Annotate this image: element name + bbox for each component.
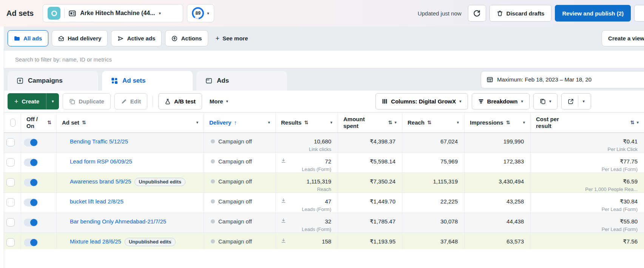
tab-ads[interactable]: Ads — [196, 71, 287, 91]
footer-space — [4, 249, 644, 268]
download-icon[interactable] — [281, 198, 286, 203]
row-toggle[interactable] — [24, 219, 38, 226]
filter-had-delivery[interactable]: Had delivery — [52, 30, 108, 46]
refresh-icon — [473, 10, 480, 17]
download-icon[interactable] — [281, 158, 286, 163]
cost-per-result-label: Per 1,000 People Rea... — [536, 186, 638, 192]
table-row[interactable]: Awareness brand 5/9/25Unpublished editsC… — [4, 173, 644, 193]
download-icon[interactable] — [281, 218, 286, 223]
adset-name-link[interactable]: Lead form RSP 06/09/25 — [70, 158, 132, 165]
reports-button[interactable]: ▾ — [533, 93, 558, 109]
download-icon[interactable] — [281, 238, 286, 243]
table-row[interactable]: Bending Traffic 5/12/25Campaign off10,68… — [4, 133, 644, 153]
discard-drafts-button[interactable]: Discard drafts — [490, 5, 552, 22]
row-checkbox[interactable] — [6, 218, 15, 226]
header-off-on[interactable]: Off / On ⇅ — [21, 112, 57, 132]
row-toggle[interactable] — [24, 139, 38, 146]
create-button[interactable]: +Create ▾ — [8, 93, 59, 109]
table-row[interactable]: Lead form RSP 06/09/25Campaign off72Lead… — [4, 153, 644, 173]
amount-spent-value: ₹5,598.14 — [343, 158, 395, 165]
reach-value: 30,078 — [408, 218, 458, 225]
account-selector[interactable]: Arke Hitech Machine (44... ▾ — [43, 4, 183, 22]
adset-name-link[interactable]: Bar bending Only Ahmedabad-21/7/25 — [70, 218, 166, 225]
chevron-down-icon[interactable]: ▾ — [457, 120, 459, 125]
edit-button[interactable]: Edit — [114, 93, 147, 109]
header-delivery[interactable]: Delivery ↑ ▾ — [204, 112, 276, 132]
results-value: 72 — [281, 158, 331, 165]
adset-name-link[interactable]: bucket lift lead 2/8/25 — [70, 198, 124, 205]
see-more-button[interactable]: + See more — [215, 35, 248, 42]
tab-ad-sets[interactable]: Ad sets — [102, 71, 193, 91]
adset-name-link[interactable]: Mixture lead 28/6/25 — [70, 238, 121, 245]
table-row[interactable]: Bar bending Only Ahmedabad-21/7/25Campai… — [4, 213, 644, 233]
header-reach[interactable]: Reach ⇅ ▾ — [402, 112, 465, 132]
create-view-button[interactable]: Create a view — [602, 30, 644, 46]
chevron-down-icon[interactable]: ▾ — [394, 120, 397, 125]
filter-active-ads[interactable]: Active ads — [111, 30, 162, 46]
chevron-down-icon[interactable]: ▾ — [636, 120, 639, 125]
filter-actions[interactable]: Actions — [165, 30, 208, 46]
more-button[interactable]: More ▾ — [206, 98, 232, 105]
delivery-status: Campaign off — [218, 238, 252, 245]
envelope-icon — [58, 35, 64, 42]
export-button[interactable]: ▾ — [561, 93, 591, 109]
account-name: Arke Hitech Machine (44... — [80, 10, 155, 17]
sort-icon: ⇅ — [304, 120, 308, 125]
header-results[interactable]: Results ⇅ ▾ — [276, 112, 338, 132]
select-all-checkbox[interactable] — [10, 119, 15, 127]
header-ad-set[interactable]: Ad set ⇅ ▾ — [57, 112, 204, 132]
columns-icon — [382, 99, 388, 104]
filter-all-ads[interactable]: All ads — [8, 30, 48, 46]
impressions-value: 44,438 — [470, 218, 524, 225]
header-amount-spent[interactable]: Amount spent ⇅ ▾ — [338, 112, 402, 132]
row-checkbox[interactable] — [6, 158, 15, 166]
ad-sets-grid-icon — [111, 77, 118, 84]
duplicate-button[interactable]: Duplicate — [63, 93, 111, 109]
adset-name-link[interactable]: Awareness brand 5/9/25 — [70, 178, 131, 185]
search-bar — [4, 50, 644, 68]
chevron-down-icon[interactable]: ▾ — [196, 120, 198, 125]
breakdown-button[interactable]: Breakdown ▾ — [472, 93, 530, 109]
review-publish-button[interactable]: Review and publish (2) — [555, 5, 631, 22]
table-row[interactable]: bucket lift lead 2/8/25Campaign off47Lea… — [4, 193, 644, 213]
cost-per-result-label: Per Lead (Form) — [536, 206, 638, 212]
header-impressions[interactable]: Impressions ⇅ ▾ — [465, 112, 531, 132]
account-score-selector[interactable]: 89 ▾ — [187, 4, 214, 22]
more-options-button[interactable]: ··· — [634, 5, 644, 22]
ab-test-button[interactable]: A/B test — [158, 93, 202, 109]
reports-icon — [540, 99, 546, 105]
sort-icon: ⇅ — [82, 120, 86, 125]
row-toggle[interactable] — [24, 179, 38, 186]
tab-campaigns[interactable]: Campaigns — [8, 71, 98, 91]
search-input[interactable] — [4, 51, 644, 68]
adset-name-link[interactable]: Bending Traffic 5/12/25 — [70, 138, 128, 145]
chevron-down-icon[interactable]: ▾ — [330, 120, 332, 125]
impressions-value: 172,383 — [470, 158, 524, 165]
plus-icon: + — [215, 35, 219, 42]
row-checkbox[interactable] — [6, 198, 15, 206]
sort-up-icon: ↑ — [234, 119, 237, 126]
impressions-value: 43,258 — [470, 198, 524, 205]
chevron-down-icon[interactable]: ▾ — [268, 120, 270, 125]
table-row[interactable]: Mixture lead 28/6/25Unpublished editsCam… — [4, 233, 644, 249]
cost-per-result-value: ₹77.75 — [536, 158, 638, 165]
date-range-selector[interactable]: Maximum: Feb 18, 2023 – Mar 18, 20 — [481, 71, 644, 88]
chevron-down-icon[interactable]: ▾ — [523, 120, 525, 125]
row-checkbox[interactable] — [6, 178, 15, 186]
ad-sets-table: Off / On ⇅ Ad set ⇅ ▾ Delivery ↑ ▾ Res — [4, 112, 644, 249]
header-cost-per-result[interactable]: Cost per result ⇅ ▾ — [531, 112, 644, 132]
row-toggle[interactable] — [24, 159, 38, 166]
row-checkbox[interactable] — [6, 138, 15, 146]
row-toggle[interactable] — [24, 239, 38, 246]
create-dropdown[interactable]: ▾ — [46, 93, 59, 109]
row-toggle[interactable] — [24, 199, 38, 206]
paper-plane-icon — [117, 35, 124, 42]
chevron-down-icon: ▾ — [159, 11, 161, 15]
cost-per-result-value: ₹6.59 — [536, 178, 638, 185]
refresh-button[interactable] — [468, 5, 486, 22]
flask-icon — [165, 99, 171, 105]
chevron-down-icon: ▾ — [226, 99, 229, 103]
table-header: Off / On ⇅ Ad set ⇅ ▾ Delivery ↑ ▾ Res — [4, 112, 644, 133]
columns-button[interactable]: Columns: Digital GrowX ▾ — [375, 93, 468, 109]
row-checkbox[interactable] — [6, 238, 15, 246]
